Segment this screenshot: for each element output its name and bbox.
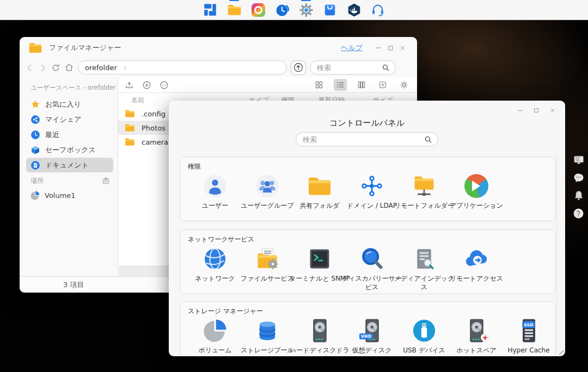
file-manager-titlebar[interactable]: ファイルマネージャー ヘルプ <box>20 37 417 59</box>
file-list-toolbar <box>118 77 417 93</box>
back-icon[interactable] <box>25 63 34 72</box>
cp-item-applications[interactable]: アプリケーション <box>450 173 503 210</box>
upload-button[interactable] <box>291 60 306 75</box>
refresh-icon[interactable] <box>51 63 60 72</box>
remote-display-icon[interactable] <box>572 153 585 166</box>
app-launcher-icon[interactable] <box>203 3 218 17</box>
search-icon[interactable] <box>424 135 432 144</box>
support-headset-icon[interactable] <box>371 3 385 17</box>
cube-icon <box>30 145 40 155</box>
sidebar-item-favorites[interactable]: お気に入り <box>26 97 113 111</box>
sidebar-item-documents[interactable]: ドキュメント <box>26 158 113 172</box>
file-manager-sidebar: ユーザースペース - orefolder お気に入り マイシェア 最近 セーフボ… <box>20 77 118 276</box>
minimize-button[interactable] <box>514 105 526 116</box>
cp-item-virtual-disk[interactable]: VHD 仮想ディスク <box>346 318 398 356</box>
cp-item-volume[interactable]: ボリューム <box>189 318 241 356</box>
help-icon[interactable] <box>572 207 585 220</box>
domain-ldap-icon <box>359 173 384 199</box>
ssd-badge: SSD <box>522 322 535 328</box>
user-icon <box>203 173 228 199</box>
star-icon <box>30 100 40 109</box>
cp-item-media-index[interactable]: メディアインデックス <box>398 246 450 292</box>
forward-icon[interactable] <box>38 63 47 72</box>
photos-app-icon <box>252 3 265 17</box>
settings-taskbar-icon[interactable] <box>299 3 314 17</box>
cp-item-hdd[interactable]: ハードディスクドライブ <box>293 318 346 356</box>
application-icon <box>464 173 489 199</box>
remote-access-cloud-icon <box>464 246 489 271</box>
backup-sync-icon[interactable] <box>275 3 290 17</box>
minimize-button[interactable] <box>372 42 384 53</box>
terminal-icon <box>307 246 332 271</box>
grid-view-icon[interactable] <box>313 79 326 91</box>
app-central-icon[interactable] <box>323 3 338 17</box>
search-icon[interactable] <box>382 64 390 72</box>
cp-item-hot-spare[interactable]: ホットスペア <box>450 318 503 356</box>
column-view-icon[interactable] <box>355 79 368 91</box>
cp-item-shared-folders[interactable]: 共有フォルダ <box>293 173 346 210</box>
desktop: ファイルマネージャー ヘルプ orefolder ユーザースペース - or <box>0 0 588 372</box>
open-app-indicator <box>229 0 239 1</box>
sidebar-item-myshare[interactable]: マイシェア <box>26 112 113 127</box>
list-view-icon[interactable] <box>334 79 347 91</box>
new-tab-icon[interactable] <box>376 79 389 91</box>
close-button[interactable] <box>547 105 559 116</box>
cp-item-storage-pool[interactable]: ストレージプール <box>241 318 293 356</box>
virtual-disk-icon: VHD <box>359 318 384 343</box>
volume-pie-icon <box>203 318 228 343</box>
control-panel-search[interactable] <box>296 132 438 146</box>
folder-icon <box>125 109 135 118</box>
cp-item-usb-device[interactable]: USB デバイス <box>398 318 450 356</box>
media-index-icon <box>412 246 437 271</box>
cp-item-remote-folders[interactable]: リモートフォルダー <box>398 173 450 210</box>
chat-icon[interactable] <box>572 171 585 184</box>
folder-icon <box>125 138 135 146</box>
cp-item-hyper-cache[interactable]: SSD Hyper Cache <box>503 318 555 356</box>
column-name[interactable]: 名前 <box>131 96 144 105</box>
file-manager-search[interactable] <box>310 60 396 75</box>
maximize-button[interactable] <box>384 42 396 53</box>
view-settings-icon[interactable] <box>397 79 411 91</box>
cp-item-network[interactable]: ネットワーク <box>189 246 241 292</box>
file-manager-taskbar-icon[interactable] <box>227 3 242 17</box>
home-icon[interactable] <box>64 63 74 72</box>
control-panel-window: コントロールパネル 権限 ユーザー ユーザーグループ 共有フォルダ <box>169 101 565 356</box>
add-circle-icon[interactable] <box>142 80 151 90</box>
photo-gallery-icon[interactable] <box>251 3 266 17</box>
sidebar-item-volume1[interactable]: Volume1 <box>26 188 113 203</box>
breadcrumb[interactable]: orefolder <box>78 60 287 75</box>
cp-item-user-groups[interactable]: ユーザーグループ <box>241 173 293 210</box>
search-input[interactable] <box>303 135 424 144</box>
window-title: ファイルマネージャー <box>49 43 121 53</box>
help-link[interactable]: ヘルプ <box>341 43 363 53</box>
cp-item-terminal-snmp[interactable]: ターミナルと SNMP <box>293 246 346 292</box>
sidebar-item-recent[interactable]: 最近 <box>26 127 113 142</box>
section-permissions: 権限 ユーザー ユーザーグループ 共有フォルダ ドメイン / LDAP <box>180 157 555 221</box>
item-count: 3 項目 <box>63 280 84 290</box>
cp-item-discovery[interactable]: ディスカバリーサービス <box>346 246 398 292</box>
network-globe-icon <box>203 246 228 271</box>
maximize-button[interactable] <box>530 105 542 116</box>
share-upload-icon[interactable] <box>125 80 134 90</box>
docker-icon[interactable] <box>347 3 362 17</box>
file-service-icon <box>255 246 280 271</box>
section-network-services: ネットワークサービス ネットワーク ファイルサービス ターミナルと SNMP デ… <box>180 230 555 294</box>
document-icon <box>30 160 40 170</box>
cp-item-file-services[interactable]: ファイルサービス <box>241 246 293 292</box>
open-app-indicator <box>301 0 311 1</box>
hot-spare-icon <box>464 318 489 343</box>
sidebar-item-safebox[interactable]: セーフボックス <box>26 142 113 157</box>
resize-handle[interactable] <box>556 347 564 355</box>
cp-item-users[interactable]: ユーザー <box>189 173 241 210</box>
more-options-icon[interactable] <box>160 80 169 90</box>
close-button[interactable] <box>396 42 408 53</box>
clock-icon <box>30 130 40 140</box>
locations-action-icon[interactable] <box>102 177 110 185</box>
storage-pool-icon <box>255 318 280 343</box>
cp-item-remote-access[interactable]: リモートアクセス <box>450 246 503 292</box>
cp-item-domain-ldap[interactable]: ドメイン / LDAP <box>346 173 398 210</box>
search-input[interactable] <box>317 64 382 72</box>
breadcrumb-segment[interactable]: orefolder <box>85 64 117 72</box>
notifications-bell-icon[interactable] <box>572 189 585 202</box>
vertical-scrollbar[interactable] <box>556 153 557 354</box>
